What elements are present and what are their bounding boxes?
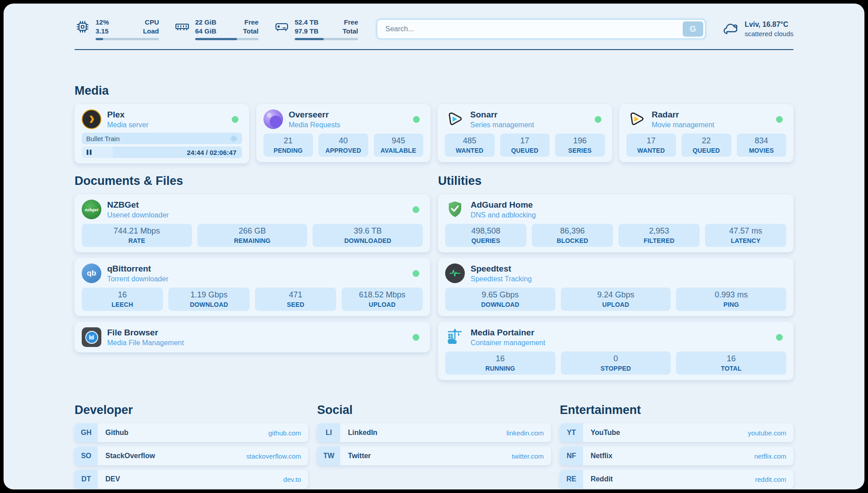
link-abbr: NF — [560, 447, 583, 465]
stat-pending: 21 PENDING — [263, 134, 313, 157]
cpu-load: 3.15 — [96, 27, 109, 36]
stat-value: 266 GB — [199, 226, 306, 236]
stat-label: TOTAL — [678, 365, 785, 372]
link-twitter[interactable]: TW Twitter twitter.com — [317, 447, 551, 465]
disk-widget: 52.4 TB 97.9 TB Free Total — [274, 18, 358, 40]
disk-values: 52.4 TB 97.9 TB — [295, 18, 318, 35]
weather-location-temp: Lviv, 16.87°C — [745, 20, 793, 29]
weather-condition: scattered clouds — [745, 29, 793, 38]
card-qbittorrent[interactable]: qb qBittorrent Torrent downloader 16 LEE… — [75, 258, 430, 316]
stat-value: 0 — [563, 354, 669, 363]
cpu-usage: 12% — [96, 18, 109, 27]
stat-label: QUEUED — [502, 147, 548, 154]
card-filebrowser[interactable]: File Browser Media File Management — [75, 322, 430, 352]
card-subtitle: DNS and adblocking — [471, 211, 536, 219]
card-title: Overseerr — [289, 110, 341, 120]
section-title-media: Media — [75, 84, 793, 98]
card-title: Speedtest — [471, 264, 532, 274]
card-subtitle: Media server — [107, 121, 148, 129]
gear-icon[interactable] — [230, 135, 238, 142]
card-title: qBittorrent — [107, 264, 168, 274]
filebrowser-icon — [82, 327, 101, 347]
link-abbr: RE — [560, 470, 583, 489]
portainer-icon — [445, 327, 465, 347]
radarr-icon — [626, 109, 646, 129]
section-documents: Documents & Files nzbget NZBGet Usenet d… — [75, 174, 430, 380]
card-title: Radarr — [652, 110, 715, 120]
stat-value: 17 — [502, 136, 548, 146]
adguard-icon — [445, 200, 465, 219]
link-abbr: SO — [75, 447, 98, 465]
card-adguard[interactable]: AdGuard Home DNS and adblocking 498,508 … — [438, 194, 793, 252]
link-github[interactable]: GH Github github.com — [75, 423, 308, 442]
stat-available: 945 AVAILABLE — [374, 134, 424, 157]
link-reddit[interactable]: RE Reddit reddit.com — [560, 470, 793, 489]
stat-value: 945 — [376, 136, 422, 146]
ram-widget: 22 GiB 64 GiB Free Total — [174, 18, 259, 40]
card-sonarr[interactable]: Sonarr Series management 485 WANTED 17 Q… — [438, 104, 612, 162]
stat-value: 1.19 Gbps — [170, 290, 248, 300]
stat-label: UPLOAD — [343, 301, 421, 308]
link-url: stackoverflow.com — [246, 452, 301, 460]
ram-total: 64 GiB — [195, 27, 217, 36]
stat-value: 834 — [739, 136, 785, 146]
link-name: YouTube — [591, 429, 620, 437]
link-linkedin[interactable]: LI LinkedIn linkedin.com — [317, 423, 551, 442]
stat-value: 9.24 Gbps — [563, 290, 669, 300]
stat-label: FILTERED — [620, 237, 698, 244]
card-subtitle: Container management — [471, 339, 545, 347]
link-name: Twitter — [348, 452, 371, 460]
stat-value: 22 — [683, 136, 730, 146]
stat-upload: 9.24 Gbps UPLOAD — [561, 288, 671, 311]
stat-leech: 16 LEECH — [82, 288, 163, 311]
qbittorrent-icon: qb — [82, 263, 101, 283]
stat-stopped: 0 STOPPED — [561, 351, 671, 375]
card-title: File Browser — [107, 328, 184, 338]
plex-icon — [82, 109, 101, 129]
card-title: Sonarr — [470, 110, 534, 120]
search-input[interactable] — [377, 19, 705, 39]
speedtest-icon — [445, 263, 465, 283]
disk-label-bottom: Total — [342, 27, 358, 36]
stat-filtered: 2,953 FILTERED — [618, 224, 700, 247]
playback-progress[interactable]: 24:44 / 02:06:47 — [82, 146, 242, 158]
stat-value: 498,508 — [447, 226, 525, 236]
card-portainer[interactable]: Media Portainer Container management 16 … — [438, 322, 793, 380]
search-box: G — [377, 19, 705, 39]
card-subtitle: Media File Management — [107, 339, 184, 347]
card-overseerr[interactable]: Overseerr Media Requests 21 PENDING 40 A… — [256, 104, 431, 162]
stat-remaining: 266 GB REMAINING — [197, 224, 308, 247]
card-title: AdGuard Home — [471, 200, 536, 210]
stat-queued: 17 QUEUED — [500, 134, 550, 157]
link-name: DEV — [105, 475, 120, 483]
stat-label: PENDING — [265, 147, 312, 154]
card-subtitle: Torrent downloader — [107, 275, 168, 283]
disk-progressbar — [295, 38, 358, 40]
stat-label: QUERIES — [447, 237, 525, 244]
section-title-social: Social — [317, 403, 551, 417]
link-stackoverflow[interactable]: SO StackOverflow stackoverflow.com — [75, 447, 308, 465]
cpu-progressbar — [96, 38, 159, 40]
stat-label: APPROVED — [320, 147, 367, 154]
ram-progress-fill — [195, 38, 237, 40]
link-netflix[interactable]: NF Netflix netflix.com — [560, 447, 793, 465]
link-name: Github — [105, 429, 129, 437]
card-nzbget[interactable]: nzbget NZBGet Usenet downloader 744.21 M… — [75, 194, 430, 252]
disk-progress-fill — [295, 38, 324, 40]
topbar: 12% 3.15 CPU Load — [75, 18, 793, 40]
stat-value: 196 — [557, 136, 603, 146]
link-youtube[interactable]: YT YouTube youtube.com — [560, 423, 793, 442]
stat-value: 40 — [320, 136, 367, 146]
card-speedtest[interactable]: Speedtest Speedtest Tracking 9.65 Gbps D… — [438, 258, 793, 316]
card-plex[interactable]: Plex Media server Bullet Train — [75, 104, 249, 163]
stat-label: LATENCY — [707, 237, 785, 244]
card-radarr[interactable]: Radarr Movie management 17 WANTED 22 QUE… — [619, 104, 794, 162]
nzbget-icon: nzbget — [82, 200, 101, 219]
link-dev[interactable]: DT DEV dev.to — [75, 470, 308, 489]
stat-label: UPLOAD — [563, 301, 669, 308]
search-engine-button[interactable]: G — [683, 21, 703, 37]
cpu-values: 12% 3.15 — [96, 18, 109, 35]
stat-total: 16 TOTAL — [676, 351, 786, 375]
stat-wanted: 17 WANTED — [626, 134, 676, 157]
disk-icon — [274, 19, 290, 35]
